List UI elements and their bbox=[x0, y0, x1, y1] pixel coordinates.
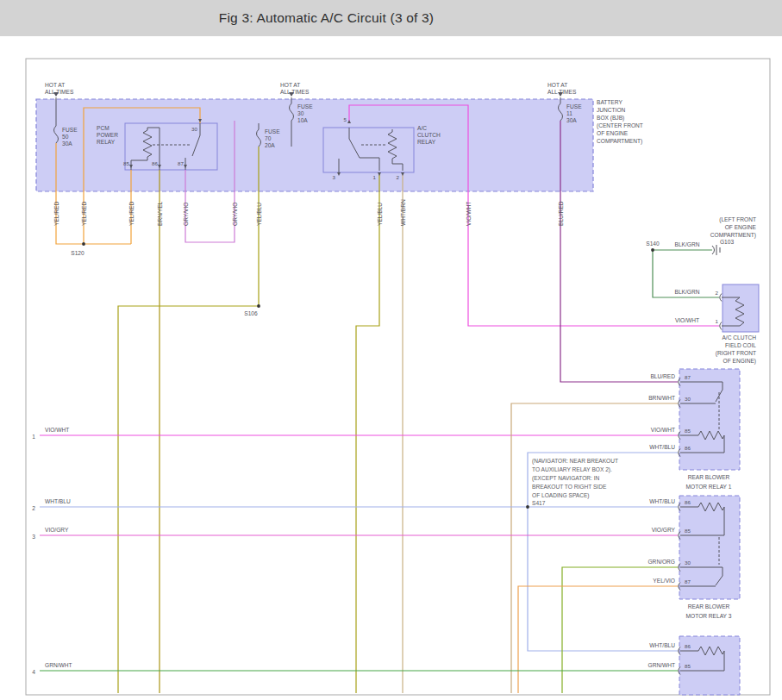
bjb-label-2: BOX (BJB) bbox=[597, 115, 624, 122]
blk-grn-top-label: BLK/GRN bbox=[675, 241, 700, 247]
relay3-pin-3: 87 bbox=[685, 578, 691, 584]
wire-yel-vio bbox=[518, 586, 678, 693]
relay1-name-0: REAR BLOWER bbox=[688, 474, 730, 480]
pcm-relay-label-2: RELAY bbox=[97, 139, 116, 145]
hot-label-1: HOT AT bbox=[45, 82, 65, 88]
fuse50-label-0: FUSE bbox=[62, 127, 78, 133]
vwire-label-6: YEL/BLU bbox=[256, 203, 262, 226]
vwire-label-7: YEL/BLU bbox=[377, 203, 383, 226]
relay3-name-0: REAR BLOWER bbox=[688, 603, 730, 609]
hot-label-3b: ALL TIMES bbox=[547, 89, 577, 95]
line2-label: WHT/BLU bbox=[45, 498, 71, 504]
pcm-pin-87: 87 bbox=[178, 160, 184, 166]
line3-label: VIO/GRY bbox=[45, 527, 69, 533]
wiring-diagram-page: Fig 3: Automatic A/C Circuit (3 of 3) bbox=[0, 0, 782, 700]
relay3-pin-0: 86 bbox=[685, 499, 691, 505]
splice-s140-label: S140 bbox=[646, 241, 660, 247]
splice-s106-dot bbox=[257, 304, 260, 308]
g103-location-1: OF ENGINE bbox=[725, 224, 757, 230]
field-coil-pin1: 1 bbox=[716, 318, 719, 324]
ac-pin-3: 3 bbox=[333, 174, 336, 180]
vwire-label-5: GRY/VIO bbox=[232, 203, 238, 226]
relay1-pin-2: 85 bbox=[685, 428, 691, 434]
fuse11-label-0: FUSE bbox=[566, 103, 582, 109]
relay1-name-1: MOTOR RELAY 1 bbox=[686, 484, 732, 490]
line4-label: GRN/WHT bbox=[45, 662, 72, 668]
relay1-wire-0: BLU/RED bbox=[650, 373, 675, 379]
bjb-dashed-box bbox=[36, 99, 593, 191]
relay1-wire-1: BRN/WHT bbox=[648, 395, 675, 401]
relay3-pin-1: 85 bbox=[685, 528, 691, 534]
fuse11-label-1: 11 bbox=[566, 110, 572, 116]
line4-number: 4 bbox=[32, 669, 35, 675]
g103-label: G103 bbox=[720, 239, 734, 245]
rear-blower-motor-relay-1 bbox=[679, 369, 740, 470]
vwire-label-1: YEL/RED bbox=[81, 202, 87, 226]
relay1-wire-3: WHT/BLU bbox=[649, 444, 675, 450]
relay1-pin-1: 30 bbox=[685, 396, 691, 402]
vwire-label-2: YEL/RED bbox=[128, 202, 135, 226]
bjb-label-0: BATTERY bbox=[597, 99, 622, 105]
relay1-wire-2: VIO/WHT bbox=[651, 427, 675, 433]
hot-label-1b: ALL TIMES bbox=[45, 89, 74, 95]
ac-relay-label-2: RELAY bbox=[417, 139, 436, 145]
ac-pin-5: 5 bbox=[344, 116, 347, 122]
splice-s120-dot bbox=[82, 242, 85, 246]
splice-s120-label: S120 bbox=[71, 250, 84, 256]
relay4-pin-1: 85 bbox=[685, 663, 691, 669]
s417-note-0: (NAVIGATOR: NEAR BREAKOUT bbox=[532, 458, 618, 465]
bjb-label-3: (CENTER FRONT bbox=[597, 122, 643, 129]
g103-location-2: COMPARTMENT) bbox=[710, 232, 756, 239]
fuse11-label-2: 30A bbox=[566, 117, 577, 123]
field-coil-label-2: (RIGHT FRONT bbox=[716, 350, 756, 357]
relay4-wire-0: WHT/BLU bbox=[649, 642, 675, 648]
relay3-pin-2: 30 bbox=[685, 559, 691, 566]
relay3-wire-0: WHT/BLU bbox=[649, 498, 675, 504]
splice-s417-dot bbox=[526, 505, 529, 509]
ground-icon bbox=[712, 245, 720, 255]
splice-s140-dot bbox=[651, 248, 654, 252]
fuse50-label-2: 30A bbox=[62, 141, 72, 147]
wire-wht-blu bbox=[40, 453, 678, 651]
vwire-label-4: GRY/VIO bbox=[183, 203, 189, 226]
relay4-pin-0: 86 bbox=[685, 643, 691, 649]
field-coil-label-3: OF ENGINE) bbox=[723, 358, 756, 365]
relay3-wire-3: YEL/VIO bbox=[653, 578, 675, 584]
line3-number: 3 bbox=[32, 534, 35, 540]
hot-label-2: HOT AT bbox=[280, 82, 300, 88]
vwire-label-9: VIO/WHT bbox=[466, 202, 472, 226]
vwire-label-10: BLU/RED bbox=[558, 201, 564, 226]
splice-s106-label: S106 bbox=[244, 310, 258, 316]
line1-number: 1 bbox=[32, 434, 35, 440]
splice-s417-label: S417 bbox=[532, 500, 546, 506]
g103-location-0: (LEFT FRONT bbox=[719, 216, 756, 223]
ground-g103 bbox=[712, 245, 720, 255]
ac-relay-label-0: A/C bbox=[417, 125, 427, 131]
s417-note-2: (EXCEPT NAVIGATOR: IN bbox=[532, 475, 600, 482]
field-coil-wire2-label: BLK/GRN bbox=[675, 289, 700, 295]
relay4-wire-1: GRN/WHT bbox=[648, 662, 676, 668]
ac-pin-1: 1 bbox=[373, 174, 377, 180]
fuse70-label-1: 70 bbox=[265, 135, 272, 141]
relay3-wire-1: VIO/GRY bbox=[652, 527, 676, 533]
ac-pin-2: 2 bbox=[397, 174, 400, 180]
relay1-pin-0: 87 bbox=[685, 374, 691, 380]
battery-junction-box bbox=[36, 99, 593, 191]
fuse70-label-0: FUSE bbox=[265, 128, 280, 134]
wire-yel-blu bbox=[118, 147, 379, 693]
pcm-pin-85: 85 bbox=[123, 160, 129, 166]
vwire-label-0: YEL/RED bbox=[53, 202, 59, 226]
bjb-label-5: COMPARTMENT) bbox=[597, 138, 642, 145]
bjb-label-1: JUNCTION bbox=[597, 107, 626, 113]
line1-label: VIO/WHT bbox=[45, 427, 69, 433]
pcm-relay-label-1: POWER bbox=[97, 132, 118, 138]
ac-relay-label-1: CLUTCH bbox=[417, 132, 441, 138]
relay1-box bbox=[679, 369, 740, 470]
vwire-label-8: WHT/BRN bbox=[400, 199, 406, 226]
s417-note-1: TO AUXILIARY RELAY BOX 2). bbox=[532, 466, 612, 473]
field-coil-label-1: FIELD COIL bbox=[725, 342, 756, 348]
fuse70-label-2: 20A bbox=[265, 142, 275, 148]
field-coil-connectors bbox=[720, 294, 722, 330]
wires bbox=[40, 105, 719, 693]
relay1-pin-3: 86 bbox=[685, 445, 691, 451]
